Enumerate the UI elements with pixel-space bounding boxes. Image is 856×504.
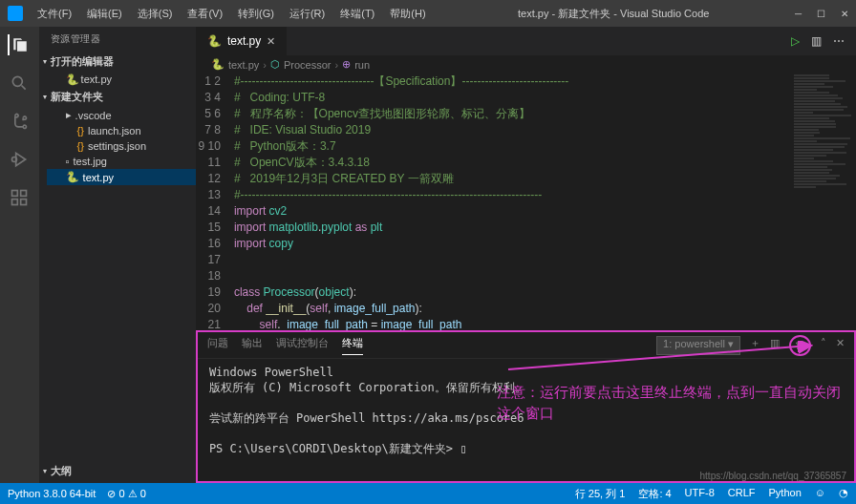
menu-edit[interactable]: 编辑(E) bbox=[80, 3, 129, 25]
maximize-icon[interactable]: ☐ bbox=[817, 9, 825, 19]
menu-bar: 文件(F) 编辑(E) 选择(S) 查看(V) 转到(G) 运行(R) 终端(T… bbox=[31, 3, 433, 25]
tab-output[interactable]: 输出 bbox=[242, 336, 263, 354]
section-open-editors[interactable]: 打开的编辑器 bbox=[39, 52, 196, 72]
status-encoding[interactable]: UTF-8 bbox=[685, 487, 715, 501]
debug-icon[interactable] bbox=[9, 149, 30, 170]
svg-rect-5 bbox=[21, 191, 27, 197]
tab-debug-console[interactable]: 调试控制台 bbox=[276, 336, 329, 354]
status-bar: Python 3.8.0 64-bit ⊘ 0 ⚠ 0 行 25, 列 1 空格… bbox=[0, 483, 856, 504]
minimize-icon[interactable]: ─ bbox=[795, 9, 802, 19]
editor-area: 🐍 text.py ✕ ▷ ▥ ⋯ 🐍 text.py› ⬡Processor›… bbox=[196, 27, 856, 483]
tree-file-testjpg[interactable]: ▫ test.jpg bbox=[47, 154, 196, 169]
editor-tabs: 🐍 text.py ✕ ▷ ▥ ⋯ bbox=[196, 27, 856, 55]
menu-terminal[interactable]: 终端(T) bbox=[333, 3, 381, 25]
watermark: https://blog.csdn.net/qq_37365857 bbox=[700, 471, 846, 481]
svg-point-0 bbox=[13, 76, 23, 86]
menu-file[interactable]: 文件(F) bbox=[31, 3, 78, 25]
status-bell-icon[interactable]: ◔ bbox=[839, 487, 848, 501]
svg-rect-4 bbox=[21, 200, 27, 205]
python-file-icon: 🐍 bbox=[211, 58, 225, 71]
python-file-icon: 🐍 bbox=[66, 74, 77, 85]
status-cursor[interactable]: 行 25, 列 1 bbox=[575, 487, 626, 501]
tab-textpy[interactable]: 🐍 text.py ✕ bbox=[196, 27, 288, 55]
tab-terminal[interactable]: 终端 bbox=[342, 336, 363, 355]
tree-file-textpy[interactable]: 🐍 text.py bbox=[47, 169, 196, 185]
annotation-arrow bbox=[503, 336, 828, 374]
status-problems[interactable]: ⊘ 0 ⚠ 0 bbox=[107, 488, 145, 500]
status-eol[interactable]: CRLF bbox=[728, 487, 756, 501]
status-indent[interactable]: 空格: 4 bbox=[638, 487, 671, 501]
python-file-icon: 🐍 bbox=[207, 34, 222, 48]
window-title: text.py - 新建文件夹 - Visual Studio Code bbox=[433, 7, 795, 21]
split-editor-icon[interactable]: ▥ bbox=[811, 34, 822, 48]
section-outline[interactable]: 大纲 bbox=[39, 461, 202, 481]
tree-folder-vscode[interactable]: ▸ .vscode bbox=[47, 107, 196, 123]
more-icon[interactable]: ⋯ bbox=[833, 34, 845, 48]
menu-select[interactable]: 选择(S) bbox=[131, 3, 180, 25]
close-icon[interactable]: ✕ bbox=[841, 9, 848, 19]
annotation-text: 注意：运行前要点击这里终止终端，点到一直自动关闭这个窗口 bbox=[497, 382, 841, 424]
open-editor-item[interactable]: 🐍text.py bbox=[47, 72, 196, 87]
image-file-icon: ▫ bbox=[66, 156, 70, 167]
svg-rect-2 bbox=[12, 191, 18, 197]
explorer-icon[interactable] bbox=[8, 34, 29, 55]
tree-file-launch[interactable]: {} launch.json bbox=[47, 123, 196, 138]
activity-bar bbox=[0, 27, 39, 483]
python-file-icon: 🐍 bbox=[66, 171, 79, 183]
menu-help[interactable]: 帮助(H) bbox=[383, 3, 432, 25]
vscode-logo-icon bbox=[8, 6, 23, 21]
run-icon[interactable]: ▷ bbox=[791, 34, 800, 48]
extensions-icon[interactable] bbox=[9, 187, 30, 208]
search-icon[interactable] bbox=[9, 73, 30, 94]
close-panel-icon[interactable]: ✕ bbox=[836, 337, 845, 353]
tab-close-icon[interactable]: ✕ bbox=[267, 35, 275, 48]
svg-point-1 bbox=[12, 158, 17, 162]
menu-go[interactable]: 转到(G) bbox=[231, 3, 281, 25]
titlebar: 文件(F) 编辑(E) 选择(S) 查看(V) 转到(G) 运行(R) 终端(T… bbox=[0, 0, 856, 27]
section-folder[interactable]: 新建文件夹 bbox=[39, 87, 196, 107]
window-controls: ─ ☐ ✕ bbox=[795, 9, 848, 19]
breadcrumb[interactable]: 🐍 text.py› ⬡Processor› ⊕run bbox=[196, 55, 856, 74]
tab-problems[interactable]: 问题 bbox=[207, 336, 228, 354]
menu-view[interactable]: 查看(V) bbox=[181, 3, 229, 25]
status-python[interactable]: Python 3.8.0 64-bit bbox=[8, 488, 96, 499]
source-control-icon[interactable] bbox=[9, 111, 30, 132]
tree-file-settings[interactable]: {} settings.json bbox=[47, 138, 196, 154]
status-feedback-icon[interactable]: ☺ bbox=[815, 487, 825, 501]
terminal-panel: 问题 输出 调试控制台 终端 1: powershell ▾ ＋ ▥ 🗑 ˄ ✕… bbox=[196, 330, 856, 483]
sidebar-title: 资源管理器 bbox=[39, 27, 196, 52]
menu-run[interactable]: 运行(R) bbox=[283, 3, 332, 25]
status-lang[interactable]: Python bbox=[769, 487, 802, 501]
sidebar: 资源管理器 打开的编辑器 🐍text.py 新建文件夹 ▸ .vscode {}… bbox=[39, 27, 196, 483]
svg-rect-3 bbox=[12, 200, 18, 205]
